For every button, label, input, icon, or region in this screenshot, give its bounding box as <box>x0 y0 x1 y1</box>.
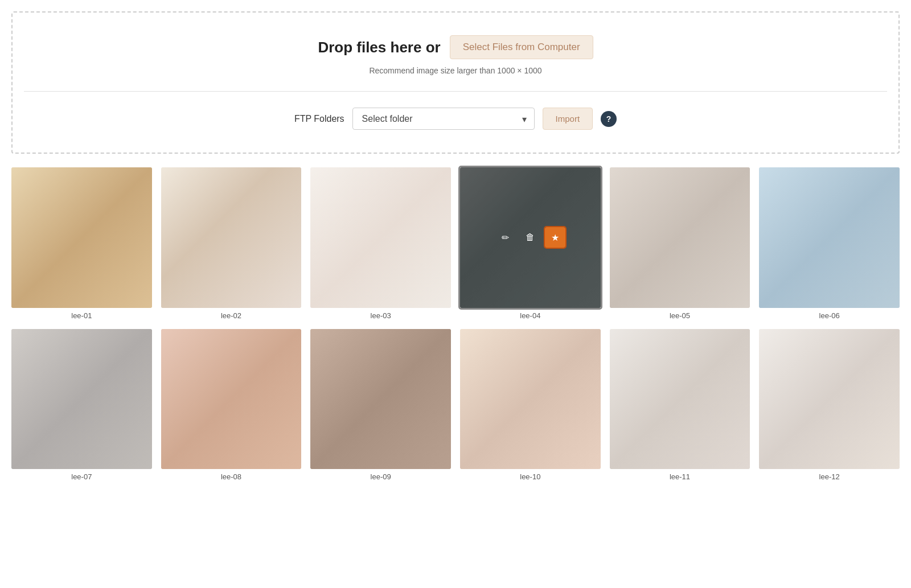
image-label-lee-03: lee-03 <box>310 311 451 320</box>
thumb-wrapper-lee-08 <box>161 329 302 470</box>
thumb-wrapper-lee-07 <box>11 329 152 470</box>
thumb-overlay-lee-04: ✏ 🗑 ★ <box>460 167 601 308</box>
thumb-bg-lee-08 <box>161 329 302 470</box>
thumb-wrapper-lee-06 <box>759 167 900 308</box>
folder-select-wrapper[interactable]: Select folder <box>352 108 535 130</box>
image-item-lee-03[interactable]: lee-03 <box>310 167 451 320</box>
image-item-lee-02[interactable]: lee-02 <box>161 167 302 320</box>
image-item-lee-01[interactable]: lee-01 <box>11 167 152 320</box>
drop-zone[interactable]: Drop files here or Select Files from Com… <box>11 11 900 154</box>
image-label-lee-12: lee-12 <box>759 472 900 481</box>
star-icon[interactable]: ★ <box>545 227 565 248</box>
thumb-wrapper-lee-05 <box>610 167 750 308</box>
thumb-bg-lee-09 <box>310 329 451 470</box>
image-item-lee-10[interactable]: lee-10 <box>460 329 601 482</box>
thumb-bg-lee-07 <box>11 329 152 470</box>
image-grid: lee-01 lee-02 lee-03 ✏ 🗑 ★ <box>11 167 900 481</box>
thumb-wrapper-lee-11 <box>610 329 750 470</box>
thumb-wrapper-lee-12 <box>759 329 900 470</box>
thumb-wrapper-lee-01 <box>11 167 152 308</box>
image-label-lee-11: lee-11 <box>610 472 750 481</box>
image-item-lee-09[interactable]: lee-09 <box>310 329 451 482</box>
ftp-row: FTP Folders Select folder Import ? <box>24 108 887 130</box>
drop-zone-top: Drop files here or Select Files from Com… <box>24 35 887 59</box>
image-label-lee-06: lee-06 <box>759 311 900 320</box>
image-item-lee-05[interactable]: lee-05 <box>610 167 750 320</box>
image-item-lee-06[interactable]: lee-06 <box>759 167 900 320</box>
thumb-wrapper-lee-04: ✏ 🗑 ★ <box>460 167 601 308</box>
image-label-lee-04: lee-04 <box>460 311 601 320</box>
thumb-bg-lee-06 <box>759 167 900 308</box>
help-icon[interactable]: ? <box>601 111 617 127</box>
folder-select[interactable]: Select folder <box>352 108 535 130</box>
recommend-text: Recommend image size larger than 1000 × … <box>24 66 887 75</box>
thumb-bg-lee-03 <box>310 167 451 308</box>
image-item-lee-12[interactable]: lee-12 <box>759 329 900 482</box>
thumb-bg-lee-12 <box>759 329 900 470</box>
edit-icon[interactable]: ✏ <box>495 227 515 248</box>
drop-text: Drop files here or <box>318 39 440 56</box>
import-button[interactable]: Import <box>543 108 593 130</box>
thumb-bg-lee-01 <box>11 167 152 308</box>
ftp-label: FTP Folders <box>294 114 344 124</box>
select-files-button[interactable]: Select Files from Computer <box>450 35 593 59</box>
thumb-bg-lee-10 <box>460 329 601 470</box>
thumb-wrapper-lee-02 <box>161 167 302 308</box>
image-item-lee-07[interactable]: lee-07 <box>11 329 152 482</box>
image-label-lee-02: lee-02 <box>161 311 302 320</box>
thumb-bg-lee-11 <box>610 329 750 470</box>
divider <box>24 91 887 92</box>
image-label-lee-10: lee-10 <box>460 472 601 481</box>
delete-icon[interactable]: 🗑 <box>520 227 540 248</box>
image-label-lee-01: lee-01 <box>11 311 152 320</box>
thumb-wrapper-lee-09 <box>310 329 451 470</box>
image-label-lee-05: lee-05 <box>610 311 750 320</box>
image-item-lee-11[interactable]: lee-11 <box>610 329 750 482</box>
thumb-wrapper-lee-03 <box>310 167 451 308</box>
thumb-bg-lee-05 <box>610 167 750 308</box>
thumb-bg-lee-02 <box>161 167 302 308</box>
image-label-lee-09: lee-09 <box>310 472 451 481</box>
image-item-lee-08[interactable]: lee-08 <box>161 329 302 482</box>
image-label-lee-08: lee-08 <box>161 472 302 481</box>
image-item-lee-04[interactable]: ✏ 🗑 ★ lee-04 <box>460 167 601 320</box>
image-label-lee-07: lee-07 <box>11 472 152 481</box>
thumb-wrapper-lee-10 <box>460 329 601 470</box>
